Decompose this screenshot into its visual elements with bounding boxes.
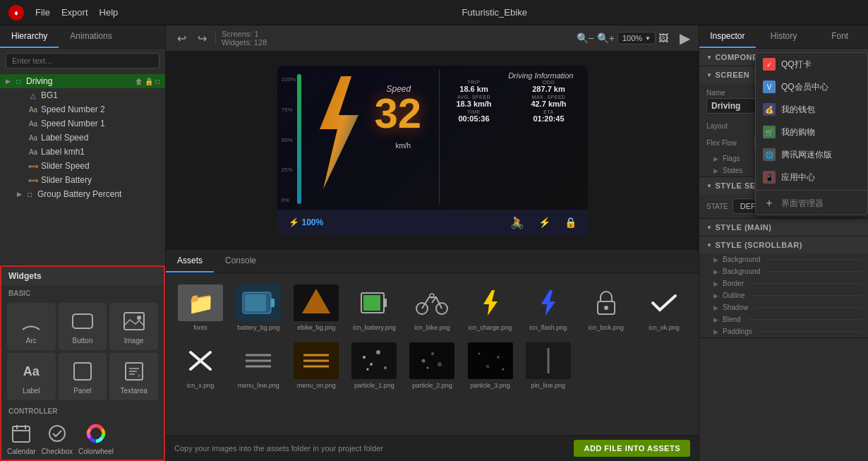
dd-qq-print-label: QQ打卡 <box>781 59 812 71</box>
checkbox-label: Checkbox <box>42 448 73 455</box>
zoom-display: 100% ▼ <box>617 32 656 44</box>
asset-menu-line[interactable]: menu_line.png <box>232 340 284 392</box>
add-file-button[interactable]: ADD FILE INTO ASSETS <box>574 440 690 457</box>
widget-button[interactable]: Button <box>59 303 107 350</box>
dash-title: Driving Information <box>508 71 573 80</box>
tab-history[interactable]: History <box>756 25 812 48</box>
dd-qq-print[interactable]: ✓ QQ打卡 <box>756 53 867 76</box>
tab-assets[interactable]: Assets <box>166 250 214 273</box>
svg-point-35 <box>376 350 380 354</box>
dd-tencent-mini[interactable]: 🌐 腾讯网迷你版 <box>756 143 867 166</box>
tree-item-slider-speed[interactable]: ⟺ Slider Speed <box>0 159 165 173</box>
tab-console[interactable]: Console <box>214 250 267 273</box>
tree-label: Speed Number 1 <box>41 119 159 128</box>
redo-button[interactable]: ↪ <box>195 30 210 47</box>
asset-thumb-ebike-bg <box>294 285 339 321</box>
asset-particle-3[interactable]: particle_3.png <box>464 340 517 392</box>
widget-textarea[interactable]: Textarea <box>109 353 158 400</box>
tab-animations[interactable]: Animations <box>59 25 123 48</box>
style-scrollbar-header[interactable]: ▼ STYLE (SCROLLBAR) <box>699 237 868 253</box>
undo-button[interactable]: ↩ <box>174 30 189 47</box>
asset-menu-on[interactable]: menu_on.png <box>290 340 342 392</box>
asset-label-fonts: fonts <box>193 324 207 331</box>
asset-thumb-particle-1 <box>351 342 397 379</box>
widget-calendar[interactable]: Calendar <box>7 422 36 455</box>
dd-app-center-label: 应用中心 <box>781 172 815 184</box>
asset-icn-lock[interactable]: icn_lock.png <box>580 282 632 334</box>
tab-font[interactable]: Font <box>812 25 868 48</box>
svg-point-37 <box>384 366 387 369</box>
tree-item-speed-num-2[interactable]: Aa Speed Number 2 <box>0 102 165 116</box>
svg-rect-0 <box>73 314 92 328</box>
tree-item-driving[interactable]: ▶ □ Driving 🗑 🔒 □ <box>0 74 165 88</box>
delete-btn[interactable]: 🗑 <box>135 78 143 85</box>
svg-rect-14 <box>271 299 275 307</box>
widget-checkbox[interactable]: Checkbox <box>42 422 73 455</box>
paddings-item[interactable]: ▶ Paddings <box>699 325 868 337</box>
asset-label-battery-bg: battery_bg.png <box>237 324 279 331</box>
asset-icn-battery[interactable]: icn_battery.png <box>348 282 400 334</box>
asset-icn-ok[interactable]: icn_ok.png <box>638 282 690 334</box>
time-value: 00:05:36 <box>441 114 507 123</box>
tree-item-group-battery[interactable]: ▶ □ Group Battery Percent <box>0 187 165 201</box>
tree-label: BG1 <box>41 90 159 100</box>
tree-item-label-speed[interactable]: Aa Label Speed <box>0 131 165 145</box>
asset-fonts[interactable]: 📁 fonts <box>174 282 227 334</box>
outline-item[interactable]: ▶ Outline <box>699 289 868 301</box>
zoom-out-button[interactable]: 🔍− <box>577 32 594 44</box>
tab-hierarchy[interactable]: Hierarchy <box>0 25 59 48</box>
stat-eta: ETA 01:20:45 <box>516 109 582 123</box>
play-button[interactable]: ▶ <box>680 30 690 47</box>
dd-qq-vip[interactable]: V QQ会员中心 <box>756 76 867 98</box>
widget-colorwheel[interactable]: Colorwheel <box>78 422 114 455</box>
tree-item-bg1[interactable]: △ BG1 <box>0 88 165 102</box>
zoom-in-button[interactable]: 🔍+ <box>597 32 615 44</box>
tree-label: Slider Speed <box>41 161 159 171</box>
tree-item-speed-num-1[interactable]: Aa Speed Number 1 <box>0 116 165 131</box>
background-item-2[interactable]: ▶ Background <box>699 265 868 277</box>
asset-pin-line[interactable]: pin_line.png <box>522 340 574 392</box>
asset-particle-2[interactable]: particle_2.png <box>406 340 458 392</box>
add-icon: + <box>763 197 776 210</box>
folder-icon: □ <box>13 76 23 86</box>
textarea-icon <box>121 359 147 384</box>
asset-battery-bg[interactable]: battery_bg.png <box>232 282 284 334</box>
tree-item-slider-battery[interactable]: ⟺ Slider Battery <box>0 173 165 187</box>
shadow-item[interactable]: ▶ Shadow <box>699 301 868 313</box>
screenshot-button[interactable]: 🖼 <box>658 32 668 44</box>
vis-btn[interactable]: □ <box>155 78 159 85</box>
style-main-header[interactable]: ▼ STYLE (MAIN) <box>699 219 868 236</box>
asset-particle-1[interactable]: particle_1.png <box>348 340 400 392</box>
menu-help[interactable]: Help <box>100 7 119 18</box>
colorwheel-icon <box>85 422 107 445</box>
dd-my-wallet[interactable]: 💰 我的钱包 <box>756 98 867 121</box>
asset-icn-charge[interactable]: icn_charge.png <box>464 282 517 334</box>
search-input[interactable] <box>6 53 159 68</box>
background-item-1[interactable]: ▶ Background <box>699 253 868 265</box>
asset-icn-flash[interactable]: icn_flash.png <box>522 282 574 334</box>
component-arrow: ▼ <box>706 54 712 61</box>
widget-panel[interactable]: Panel <box>59 353 107 400</box>
canvas-area[interactable]: 100% 75% 50% 25% 0% <box>166 52 699 249</box>
menu-export[interactable]: Export <box>61 7 88 18</box>
tree-item-label-kmh1[interactable]: Aa Label kmh1 <box>0 145 165 159</box>
blend-item[interactable]: ▶ Blend <box>699 313 868 325</box>
asset-thumb-pin-line <box>526 342 571 379</box>
widget-image[interactable]: Image <box>109 303 158 350</box>
asset-icn-bike[interactable]: icn_bike.png <box>406 282 458 334</box>
widget-label[interactable]: Aa Label <box>7 353 56 400</box>
dd-my-purchase[interactable]: 🛒 我的购物 <box>756 121 867 143</box>
asset-label-icn-x: icn_x.png <box>187 382 215 389</box>
asset-label-icn-battery: icn_battery.png <box>353 324 396 331</box>
tab-inspector[interactable]: Inspector <box>699 25 756 48</box>
dd-interface-mgr[interactable]: + 界面管理器 <box>756 192 867 215</box>
dd-app-center[interactable]: 📱 应用中心 <box>756 166 867 188</box>
asset-ebike-bg[interactable]: ebike_bg.png <box>290 282 342 334</box>
lock-btn[interactable]: 🔒 <box>145 78 153 85</box>
bg-divider-2 <box>767 271 861 272</box>
widget-arc[interactable]: Arc <box>7 303 56 350</box>
max-speed-value: 42.7 km/h <box>516 100 582 108</box>
border-item[interactable]: ▶ Border <box>699 277 868 289</box>
asset-icn-x[interactable]: icn_x.png <box>174 340 227 392</box>
menu-file[interactable]: File <box>35 7 50 18</box>
